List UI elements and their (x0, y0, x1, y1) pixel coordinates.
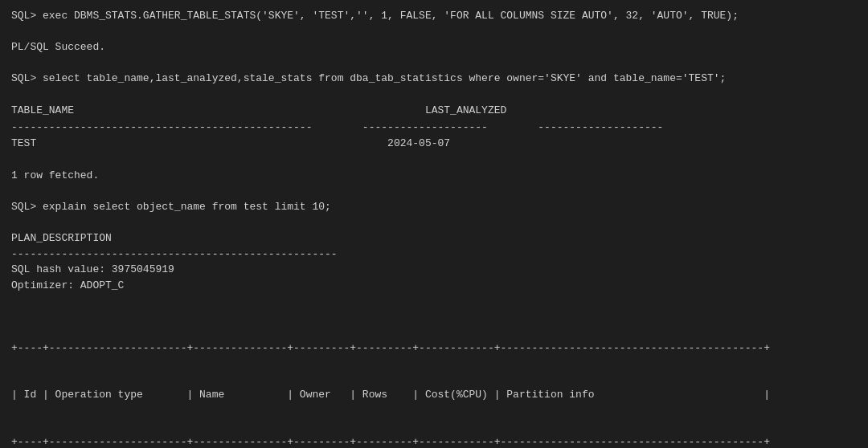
terminal: SQL> exec DBMS_STATS.GATHER_TABLE_STATS(… (0, 0, 868, 448)
plan-desc-label: PLAN_DESCRIPTION (11, 230, 857, 246)
pl-sql-succeed: PL/SQL Succeed. (11, 39, 857, 55)
sql-line-2: SQL> select table_name,last_analyzed,sta… (11, 71, 857, 87)
plan-separator: ----------------------------------------… (11, 246, 857, 263)
blank-1 (11, 24, 857, 40)
sql-explain: SQL> explain select object_name from tes… (11, 199, 857, 215)
plan-border-mid: +----+----------------------+-----------… (11, 434, 857, 449)
row-fetched-1: 1 row fetched. (11, 168, 857, 184)
blank-5 (11, 184, 857, 200)
table-separator-1: ----------------------------------------… (11, 120, 857, 136)
table-header-row: TABLE_NAME LAST_ANALYZED STALE_STATS (11, 102, 857, 120)
table-data-row: TEST 2024-05-07 N (11, 135, 857, 153)
col-last-analyzed: LAST_ANALYZED (425, 104, 506, 116)
sql-line-1: SQL> exec DBMS_STATS.GATHER_TABLE_STATS(… (11, 8, 857, 24)
row-last-analyzed: 2024-05-07 (387, 137, 450, 149)
plan-hash: SQL hash value: 3975045919 (11, 262, 857, 278)
plan-header: | Id | Operation type | Name | Owner | R… (11, 387, 857, 403)
plan-border-top: +----+----------------------+-----------… (11, 340, 857, 356)
blank-6 (11, 215, 857, 231)
blank-3 (11, 87, 857, 103)
blank-4 (11, 153, 857, 169)
blank-7 (11, 293, 857, 309)
row-table-name: TEST (11, 137, 36, 149)
plan-table: +----+----------------------+-----------… (11, 309, 857, 449)
col-table-name: TABLE_NAME (11, 104, 74, 116)
blank-2 (11, 55, 857, 71)
plan-optimizer: Optimizer: ADOPT_C (11, 278, 857, 294)
